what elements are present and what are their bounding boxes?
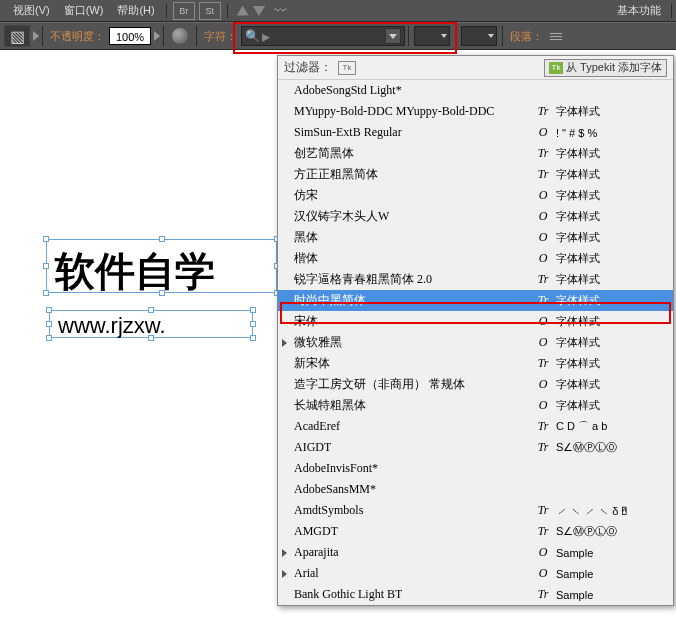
font-type-icon: O bbox=[536, 125, 550, 140]
font-name: SimSun-ExtB Regular bbox=[294, 125, 402, 140]
font-row[interactable]: SimSun-ExtB RegularO! " # $ % bbox=[278, 122, 673, 143]
font-type-icon: O bbox=[536, 335, 550, 350]
font-type-icon: O bbox=[536, 230, 550, 245]
arrange-icon[interactable] bbox=[237, 6, 265, 16]
font-row[interactable]: AcadErefTrC D ⌒ a b bbox=[278, 416, 673, 437]
font-sample: S∠ⓂⓅⓁⓄ bbox=[556, 524, 617, 539]
opacity-label: 不透明度： bbox=[46, 29, 109, 44]
font-row[interactable]: 造字工房文研（非商用） 常规体O字体样式 bbox=[278, 374, 673, 395]
font-name: AdobeSongStd Light* bbox=[294, 83, 402, 98]
font-type-icon: Tr bbox=[536, 587, 550, 602]
br-icon[interactable]: Br bbox=[173, 2, 195, 20]
font-type-icon: Tr bbox=[536, 440, 550, 455]
font-size-combo[interactable] bbox=[461, 26, 497, 46]
font-row[interactable]: AIGDTTrS∠ⓂⓅⓁⓄ bbox=[278, 437, 673, 458]
font-name: Aparajita bbox=[294, 545, 339, 560]
font-type-icon: O bbox=[536, 314, 550, 329]
font-name: 时尚中黑简体 bbox=[294, 292, 366, 309]
font-type-icon: O bbox=[536, 209, 550, 224]
font-row[interactable]: 锐字逼格青春粗黑简体 2.0Tr字体样式 bbox=[278, 269, 673, 290]
font-name: 方正正粗黑简体 bbox=[294, 166, 378, 183]
font-name: AcadEref bbox=[294, 419, 340, 434]
filter-label: 过滤器： bbox=[284, 59, 332, 76]
character-label: 字符： bbox=[200, 29, 241, 44]
font-sample: Sample bbox=[556, 589, 593, 601]
font-name: 微软雅黑 bbox=[294, 334, 342, 351]
workspace-label[interactable]: 基本功能 bbox=[617, 3, 667, 18]
font-sample: 字体样式 bbox=[556, 314, 600, 329]
font-dropdown-menu: 过滤器： Tk Tk 从 Typekit 添加字体 AdobeSongStd L… bbox=[277, 55, 674, 606]
font-row[interactable]: 时尚中黑简体Tr字体样式 bbox=[278, 290, 673, 311]
tk-filter-icon[interactable]: Tk bbox=[338, 61, 356, 75]
font-name: 长城特粗黑体 bbox=[294, 397, 366, 414]
font-row[interactable]: AdobeInvisFont* bbox=[278, 458, 673, 479]
font-family-combo[interactable]: 🔍 ▸ bbox=[241, 26, 405, 46]
chevron-right-icon bbox=[282, 570, 287, 578]
menu-help[interactable]: 帮助(H) bbox=[110, 0, 161, 21]
font-row[interactable]: 长城特粗黑体O字体样式 bbox=[278, 395, 673, 416]
text-frame-2[interactable]: www.rjzxw. bbox=[49, 310, 253, 338]
font-name: AdobeInvisFont* bbox=[294, 461, 378, 476]
font-row[interactable]: 仿宋O字体样式 bbox=[278, 185, 673, 206]
font-name: AIGDT bbox=[294, 440, 331, 455]
font-sample: 字体样式 bbox=[556, 272, 600, 287]
font-name: 楷体 bbox=[294, 250, 318, 267]
font-name: 新宋体 bbox=[294, 355, 330, 372]
font-row[interactable]: ArialOSample bbox=[278, 563, 673, 584]
st-icon[interactable]: St bbox=[199, 2, 221, 20]
font-name: 黑体 bbox=[294, 229, 318, 246]
font-name: 造字工房文研（非商用） 常规体 bbox=[294, 376, 465, 393]
font-style-combo[interactable] bbox=[414, 26, 450, 46]
paragraph-menu-icon[interactable] bbox=[547, 27, 565, 45]
font-row[interactable]: AmdtSymbolsTr⟋ ⟍ ⟋ ⟍ δ ⍓ bbox=[278, 500, 673, 521]
text-frame-1[interactable]: 软件自学 bbox=[46, 239, 277, 293]
typekit-label: 从 Typekit 添加字体 bbox=[566, 60, 662, 75]
font-row[interactable]: AparajitaOSample bbox=[278, 542, 673, 563]
font-row[interactable]: AdobeSongStd Light* bbox=[278, 80, 673, 101]
tool-select-icon[interactable]: ▧ bbox=[4, 25, 30, 47]
font-row[interactable]: 微软雅黑O字体样式 bbox=[278, 332, 673, 353]
font-name: AdobeSansMM* bbox=[294, 482, 376, 497]
menu-window[interactable]: 窗口(W) bbox=[57, 0, 111, 21]
font-row[interactable]: 汉仪铸字木头人WO字体样式 bbox=[278, 206, 673, 227]
font-type-icon: O bbox=[536, 188, 550, 203]
font-row[interactable]: 创艺简黑体Tr字体样式 bbox=[278, 143, 673, 164]
font-sample: 字体样式 bbox=[556, 209, 600, 224]
font-sample: Sample bbox=[556, 568, 593, 580]
font-name: 汉仪铸字木头人W bbox=[294, 208, 389, 225]
font-row[interactable]: Bank Gothic Light BTTrSample bbox=[278, 584, 673, 605]
font-type-icon: O bbox=[536, 377, 550, 392]
font-sample: 字体样式 bbox=[556, 188, 600, 203]
font-name: AmdtSymbols bbox=[294, 503, 363, 518]
search-icon: 🔍 bbox=[245, 29, 260, 43]
menu-view[interactable]: 视图(V) bbox=[6, 0, 57, 21]
font-row[interactable]: AMGDTTrS∠ⓂⓅⓁⓄ bbox=[278, 521, 673, 542]
font-type-icon: Tr bbox=[536, 419, 550, 434]
font-row[interactable]: 方正正粗黑简体Tr字体样式 bbox=[278, 164, 673, 185]
font-type-icon: Tr bbox=[536, 293, 550, 308]
font-row[interactable]: 楷体O字体样式 bbox=[278, 248, 673, 269]
typekit-add-button[interactable]: Tk 从 Typekit 添加字体 bbox=[544, 59, 667, 77]
font-type-icon: Tr bbox=[536, 104, 550, 119]
font-menu-header: 过滤器： Tk Tk 从 Typekit 添加字体 bbox=[278, 56, 673, 80]
font-name: 仿宋 bbox=[294, 187, 318, 204]
chevron-right-icon bbox=[282, 339, 287, 347]
chevron-down-icon[interactable] bbox=[385, 28, 401, 44]
font-sample: C D ⌒ a b bbox=[556, 419, 607, 434]
font-row[interactable]: MYuppy-Bold-DDC MYuppy-Bold-DDCTr字体样式 bbox=[278, 101, 673, 122]
globe-icon[interactable] bbox=[172, 28, 188, 44]
font-sample: ! " # $ % bbox=[556, 127, 597, 139]
font-row[interactable]: 新宋体Tr字体样式 bbox=[278, 353, 673, 374]
font-row[interactable]: 黑体O字体样式 bbox=[278, 227, 673, 248]
font-sample: 字体样式 bbox=[556, 398, 600, 413]
font-type-icon: O bbox=[536, 251, 550, 266]
font-sample: 字体样式 bbox=[556, 356, 600, 371]
zigzag-icon[interactable]: 〰 bbox=[274, 3, 287, 18]
opacity-input[interactable]: 100% bbox=[109, 27, 151, 45]
font-row[interactable]: AdobeSansMM* bbox=[278, 479, 673, 500]
font-sample: Sample bbox=[556, 547, 593, 559]
font-name: AMGDT bbox=[294, 524, 338, 539]
font-row[interactable]: 宋体O字体样式 bbox=[278, 311, 673, 332]
font-type-icon: Tr bbox=[536, 146, 550, 161]
font-type-icon: O bbox=[536, 566, 550, 581]
